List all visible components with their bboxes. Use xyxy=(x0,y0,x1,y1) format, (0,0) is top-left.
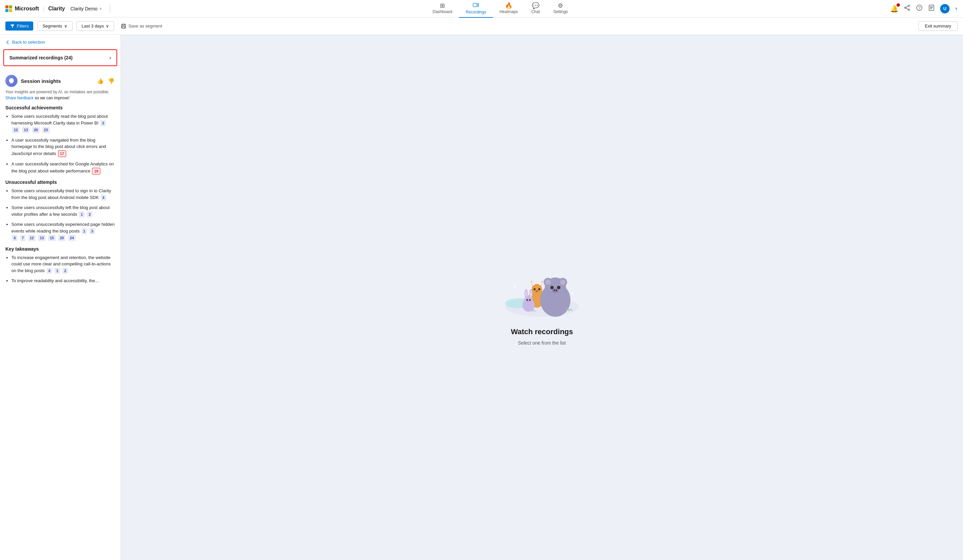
svg-point-36 xyxy=(556,290,557,291)
user-avatar[interactable]: U xyxy=(940,4,950,13)
back-to-selection-button[interactable]: Back to selection xyxy=(0,35,120,49)
nav-chat[interactable]: 💬 Chat xyxy=(524,0,546,18)
notification-bell-icon[interactable]: 🔔 xyxy=(890,5,898,13)
tag-23[interactable]: 23 xyxy=(42,127,50,133)
nav-recordings[interactable]: Recordings xyxy=(459,0,493,18)
tag-12[interactable]: 12 xyxy=(12,127,19,133)
tag-3b[interactable]: 3 xyxy=(89,228,95,235)
project-chevron-icon: ∨ xyxy=(99,7,102,10)
tag-13[interactable]: 13 xyxy=(22,127,29,133)
clarity-label: Clarity xyxy=(49,6,65,12)
save-as-segment-button[interactable]: Save as segment xyxy=(121,23,162,29)
tag-17[interactable]: 17 xyxy=(58,151,66,157)
unsuccessful-attempts-title: Unsuccessful attempts xyxy=(5,180,115,185)
svg-point-25 xyxy=(535,290,538,292)
svg-line-4 xyxy=(906,6,908,7)
summarized-chevron-icon: › xyxy=(109,55,111,61)
microsoft-logo xyxy=(5,5,12,12)
share-icon[interactable] xyxy=(904,4,911,13)
summarized-recordings-row[interactable]: Summarized recordings (24) › xyxy=(3,49,117,66)
watch-illustration xyxy=(498,250,585,324)
svg-point-47 xyxy=(565,277,566,279)
insights-title-row: Session insights xyxy=(5,75,61,87)
svg-point-23 xyxy=(533,288,535,290)
heatmaps-icon: 🔥 xyxy=(505,3,512,9)
main-layout: Back to selection Summarized recordings … xyxy=(0,35,963,560)
insights-header: Session insights 👍 👎 xyxy=(5,75,115,87)
svg-point-1 xyxy=(908,5,909,6)
list-item: Some users unsuccessfully left the blog … xyxy=(11,204,115,218)
thumbs-down-button[interactable]: 👎 xyxy=(107,77,115,85)
svg-point-34 xyxy=(552,288,558,293)
feedback-buttons: 👍 👎 xyxy=(96,77,115,85)
svg-point-42 xyxy=(530,291,532,297)
tag-7[interactable]: 7 xyxy=(20,235,26,241)
nav-center: ⊞ Dashboard Recordings 🔥 Heatmaps 💬 Chat… xyxy=(110,0,890,18)
successful-achievements-list: Some users successfully read the blog po… xyxy=(5,113,115,175)
list-item: To improve readability and accessibility… xyxy=(11,277,115,284)
svg-point-43 xyxy=(527,299,528,301)
svg-rect-14 xyxy=(122,26,125,28)
days-filter-button[interactable]: Last 3 days ∨ xyxy=(76,21,115,31)
document-icon[interactable] xyxy=(928,4,935,13)
svg-point-45 xyxy=(527,301,530,302)
tag-13b[interactable]: 13 xyxy=(38,235,45,241)
user-chevron-icon[interactable]: ∨ xyxy=(955,6,958,11)
tag-2[interactable]: 2 xyxy=(87,211,92,218)
svg-point-2 xyxy=(908,9,909,10)
tag-3[interactable]: 3 xyxy=(101,120,106,126)
chat-icon: 💬 xyxy=(532,3,539,9)
svg-point-31 xyxy=(560,280,566,285)
svg-point-48 xyxy=(571,292,574,295)
tag-1b[interactable]: 1 xyxy=(82,228,87,235)
tag-2b[interactable]: 2 xyxy=(62,268,68,274)
tag-20[interactable]: 20 xyxy=(32,127,40,133)
tag-20b[interactable]: 20 xyxy=(58,235,65,241)
brand-divider: | xyxy=(43,6,44,11)
svg-point-33 xyxy=(557,286,560,289)
share-feedback-link[interactable]: Share feedback xyxy=(5,95,34,100)
filter-icon xyxy=(10,24,15,29)
share-feedback-line: Share feedback so we can improve! xyxy=(5,95,115,100)
filters-button[interactable]: Filters xyxy=(5,21,33,31)
list-item: Some users successfully read the blog po… xyxy=(11,113,115,134)
tag-1[interactable]: 1 xyxy=(79,211,84,218)
tag-15[interactable]: 15 xyxy=(48,235,55,241)
sidebar: Back to selection Summarized recordings … xyxy=(0,35,121,560)
svg-point-30 xyxy=(545,280,551,285)
session-insights-title: Session insights xyxy=(21,78,61,84)
nav-settings[interactable]: ⚙ Settings xyxy=(546,0,574,18)
tag-6[interactable]: 6 xyxy=(12,235,18,241)
list-item: A user successfully searched for Google … xyxy=(11,161,115,175)
exit-summary-button[interactable]: Exit summary xyxy=(918,21,958,31)
tag-4b[interactable]: 4 xyxy=(47,268,52,274)
nav-heatmaps-label: Heatmaps xyxy=(499,10,518,14)
segments-button[interactable]: Segments ∨ xyxy=(37,21,73,31)
tag-19[interactable]: 19 xyxy=(92,168,100,175)
tag-12b[interactable]: 12 xyxy=(28,235,36,241)
tag-4[interactable]: 4 xyxy=(101,194,106,201)
svg-point-24 xyxy=(538,288,540,290)
thumbs-up-button[interactable]: 👍 xyxy=(96,77,104,85)
nav-heatmaps[interactable]: 🔥 Heatmaps xyxy=(493,0,525,18)
project-selector[interactable]: Clarity Demo ∨ xyxy=(68,5,104,13)
recordings-icon xyxy=(473,2,479,9)
tag-24[interactable]: 24 xyxy=(68,235,76,241)
watch-recordings-subtitle: Select one from the list xyxy=(518,340,566,346)
project-name: Clarity Demo xyxy=(70,6,97,11)
ai-insight-icon xyxy=(8,78,15,84)
nav-dashboard[interactable]: ⊞ Dashboard xyxy=(426,0,459,18)
segment-chevron-icon: ∨ xyxy=(64,23,68,29)
nav-recordings-label: Recordings xyxy=(466,10,486,15)
tag-1c[interactable]: 1 xyxy=(54,268,60,274)
help-icon[interactable]: ? xyxy=(916,4,923,13)
nav-dashboard-label: Dashboard xyxy=(433,10,452,14)
list-item: A user successfully navigated from the b… xyxy=(11,137,115,158)
key-takeaways-title: Key takeaways xyxy=(5,246,115,252)
list-item: To increase engagement and retention, th… xyxy=(11,254,115,275)
nav-chat-label: Chat xyxy=(531,10,540,14)
svg-point-46 xyxy=(514,285,516,288)
insights-icon xyxy=(5,75,18,87)
svg-rect-0 xyxy=(473,3,477,7)
main-content-area: Watch recordings Select one from the lis… xyxy=(121,35,963,560)
